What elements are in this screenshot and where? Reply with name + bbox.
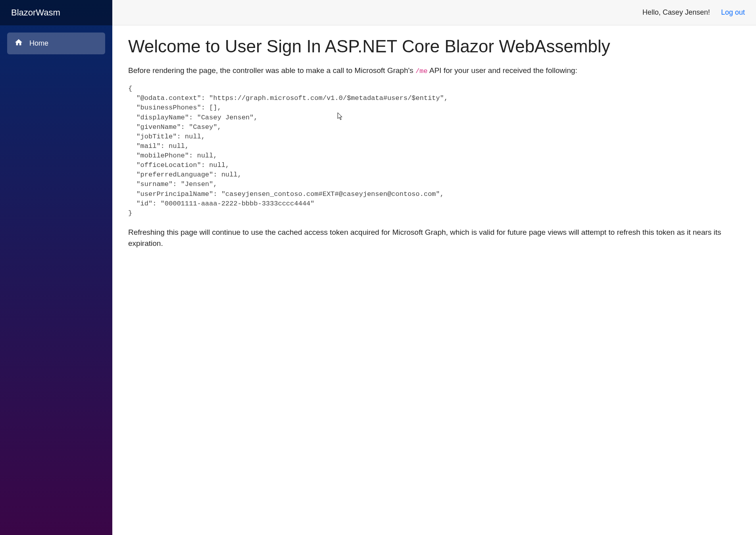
- json-response: { "@odata.context": "https://graph.micro…: [128, 84, 740, 218]
- main: Hello, Casey Jensen! Log out Welcome to …: [112, 0, 756, 535]
- sidebar-brand[interactable]: BlazorWasm: [0, 0, 112, 25]
- content: Welcome to User Sign In ASP.NET Core Bla…: [112, 25, 756, 535]
- intro-suffix: API for your user and received the follo…: [428, 66, 577, 75]
- topbar: Hello, Casey Jensen! Log out: [112, 0, 756, 25]
- home-icon: [14, 38, 23, 49]
- sidebar-nav: Home: [0, 25, 112, 61]
- sidebar-item-label: Home: [29, 39, 48, 48]
- logout-link[interactable]: Log out: [721, 8, 745, 17]
- page-title: Welcome to User Sign In ASP.NET Core Bla…: [128, 36, 740, 57]
- footer-note: Refreshing this page will continue to us…: [128, 227, 740, 249]
- intro-code: /me: [416, 67, 428, 75]
- intro-paragraph: Before rendering the page, the controlle…: [128, 65, 740, 77]
- sidebar-item-home[interactable]: Home: [7, 33, 105, 54]
- topbar-greeting: Hello, Casey Jensen!: [643, 8, 710, 17]
- sidebar: BlazorWasm Home: [0, 0, 112, 535]
- intro-prefix: Before rendering the page, the controlle…: [128, 66, 416, 75]
